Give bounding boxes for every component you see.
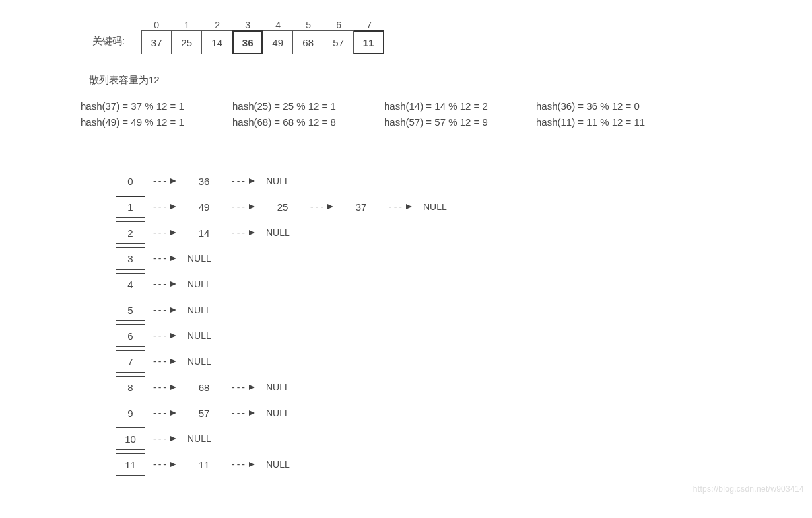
value-node: 25 [263,202,302,213]
value-node: 68 [184,382,224,393]
bucket-chain: ---NULL [145,305,224,315]
bucket-chain: ---49---25---37---NULL [145,202,459,213]
key-index: 5 [293,20,323,30]
bucket-row: 0---36---NULL [116,170,779,192]
bucket-index: 5 [116,299,145,321]
key-cell: 37 [141,30,172,54]
bucket-index: 6 [116,324,145,347]
value-node: 37 [341,202,381,213]
null-node: NULL [184,433,224,444]
bucket-row: 11---11---NULL [116,453,779,476]
hash-expression: hash(49) = 49 % 12 = 1 [81,114,232,130]
null-node: NULL [184,253,224,264]
value-node: 49 [184,202,224,213]
key-index: 0 [141,20,172,30]
arrow-icon: --- [310,202,333,212]
bucket-chain: ---36---NULL [145,176,302,187]
bucket-chain: ---NULL [145,356,224,367]
bucket-index: 8 [116,376,145,398]
key-index: 3 [232,20,263,30]
arrow-icon: --- [232,176,255,186]
key-cells: 3725143649685711 [141,30,384,54]
arrow-icon: --- [153,433,176,444]
value-node: 14 [184,227,224,239]
key-array: 01234567 3725143649685711 [141,20,384,54]
bucket-chain: ---NULL [145,253,224,264]
key-cell: 57 [323,30,354,54]
bucket-chain: ---14---NULL [145,227,302,239]
hash-expression: hash(37) = 37 % 12 = 1 [81,98,232,114]
null-node: NULL [184,356,224,367]
arrow-icon: --- [153,176,176,186]
key-cell: 11 [354,30,384,54]
key-indices: 01234567 [141,20,384,30]
key-index: 7 [354,20,384,30]
hash-calculations: hash(37) = 37 % 12 = 1hash(25) = 25 % 12… [81,98,779,130]
bucket-index: 2 [116,221,145,244]
bucket-row: 6---NULL [116,324,779,347]
bucket-index: 10 [116,427,145,450]
hash-row: hash(37) = 37 % 12 = 1hash(25) = 25 % 12… [81,98,779,114]
arrow-icon: --- [232,227,255,238]
bucket-chain: ---57---NULL [145,408,302,419]
key-cell: 49 [263,30,293,54]
bucket-index: 9 [116,402,145,424]
hash-table-buckets: 0---36---NULL1---49---25---37---NULL2---… [116,170,779,476]
hash-expression: hash(36) = 36 % 12 = 0 [536,98,688,114]
hash-expression: hash(25) = 25 % 12 = 1 [232,98,384,114]
bucket-row: 4---NULL [116,273,779,295]
hash-expression: hash(14) = 14 % 12 = 2 [384,98,536,114]
key-index: 6 [323,20,354,30]
key-cell: 14 [202,30,232,54]
bucket-chain: ---11---NULL [145,459,302,470]
key-index: 1 [172,20,202,30]
hash-expression: hash(57) = 57 % 12 = 9 [384,114,536,130]
key-index: 2 [202,20,232,30]
bucket-row: 7---NULL [116,350,779,373]
bucket-chain: ---NULL [145,433,224,444]
arrow-icon: --- [153,202,176,212]
bucket-row: 2---14---NULL [116,221,779,244]
bucket-row: 8---68---NULL [116,376,779,398]
key-code-label: 关键码: [92,35,125,54]
arrow-icon: --- [153,408,176,418]
arrow-icon: --- [153,459,176,470]
bucket-index: 11 [116,453,145,476]
bucket-row: 1---49---25---37---NULL [116,196,779,218]
key-cell: 25 [172,30,202,54]
bucket-index: 4 [116,273,145,295]
arrow-icon: --- [153,227,176,238]
null-node: NULL [263,459,302,470]
arrow-icon: --- [153,305,176,315]
null-node: NULL [263,408,302,418]
bucket-chain: ---NULL [145,279,224,289]
arrow-icon: --- [153,253,176,264]
null-node: NULL [420,202,459,212]
bucket-index: 3 [116,247,145,270]
key-code-row: 关键码: 01234567 3725143649685711 [92,20,779,54]
value-node: 57 [184,408,224,419]
arrow-icon: --- [153,330,176,341]
bucket-row: 9---57---NULL [116,402,779,424]
null-node: NULL [263,227,302,238]
arrow-icon: --- [232,382,255,392]
arrow-icon: --- [232,459,255,470]
hash-expression: hash(68) = 68 % 12 = 8 [232,114,384,130]
bucket-row: 3---NULL [116,247,779,270]
capacity-label: 散列表容量为12 [89,74,779,87]
value-node: 36 [184,176,224,187]
null-node: NULL [184,279,224,289]
watermark: https://blog.csdn.net/w903414 [693,484,804,494]
bucket-chain: ---68---NULL [145,382,302,393]
null-node: NULL [263,176,302,186]
hash-expression: hash(11) = 11 % 12 = 11 [536,114,688,130]
null-node: NULL [184,305,224,315]
key-index: 4 [263,20,293,30]
key-cell: 68 [293,30,323,54]
value-node: 11 [184,459,224,470]
arrow-icon: --- [232,408,255,418]
bucket-index: 1 [116,196,145,218]
bucket-chain: ---NULL [145,330,224,341]
arrow-icon: --- [153,356,176,367]
key-cell: 36 [232,30,263,54]
